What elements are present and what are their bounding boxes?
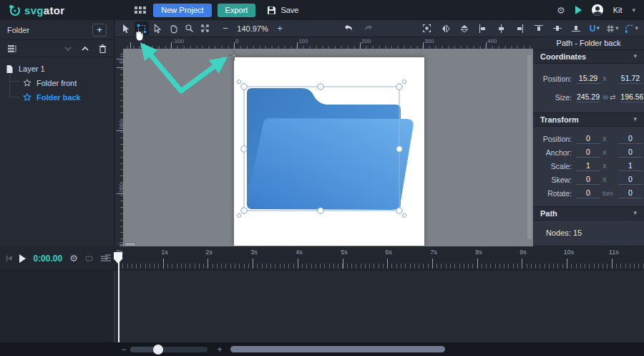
transform-skew-x-input[interactable]: 0 <box>576 175 600 185</box>
flip-horizontal-button[interactable] <box>457 21 472 36</box>
timeline-zoom-slider[interactable] <box>130 347 208 352</box>
transform-scale-y-input[interactable]: 1 <box>618 161 643 171</box>
layer-label: Layer 1 <box>19 64 45 73</box>
select-tool-button[interactable] <box>119 21 133 36</box>
size-label: Size: <box>536 93 572 102</box>
snapping-dropdown[interactable]: U ▾ <box>590 24 600 34</box>
skip-to-start-icon[interactable] <box>6 254 12 262</box>
layers-tree: Layer 1 Folder front Folder back <box>0 57 114 105</box>
svgator-logo[interactable]: svgator <box>0 4 64 16</box>
zoom-tool-button[interactable] <box>182 21 196 36</box>
playhead-line[interactable] <box>118 261 119 342</box>
layers-panel: Folder + <box>0 20 114 246</box>
grid-dropdown[interactable]: ▾ <box>606 24 619 33</box>
transform-position-x-input[interactable]: 0 <box>576 134 600 144</box>
delete-layer-icon[interactable] <box>99 44 107 53</box>
apps-grid-icon[interactable] <box>135 6 146 14</box>
align-bottom-button[interactable] <box>569 21 583 36</box>
node-tool-button[interactable] <box>150 21 165 36</box>
canvas-toolbar: − 140.97% + <box>114 20 644 37</box>
rotate-handle <box>402 80 406 83</box>
align-middle-vertical-button[interactable] <box>550 21 565 36</box>
layer-item-folder-front[interactable]: Folder front <box>0 76 114 90</box>
transform-anchor-label: Anchor: <box>536 148 572 157</box>
path-options-dropdown[interactable]: ▾ <box>625 24 638 33</box>
coordinates-section-header[interactable]: Coordinates ▾ <box>533 50 644 64</box>
timeline-track-area[interactable] <box>114 271 644 342</box>
transform-scale-x-input[interactable]: 1 <box>576 161 600 171</box>
timeline-ruler[interactable]: 0s 1s 2s 3s 4s 5s 6s 7s 8s 9s 10s 11s <box>114 246 644 269</box>
loop-icon[interactable] <box>85 254 93 263</box>
layers-toolbar <box>0 40 114 57</box>
layers-list-icon[interactable] <box>7 44 17 53</box>
zoom-in-button[interactable]: + <box>273 23 286 34</box>
arrow-path <box>142 45 225 91</box>
timeline-settings-icon[interactable]: ⚙ <box>69 254 78 263</box>
svgator-logo-icon <box>9 4 21 16</box>
save-button[interactable]: Save <box>267 6 298 15</box>
align-right-button[interactable] <box>513 21 527 36</box>
layer-item-layer1[interactable]: Layer 1 <box>0 62 114 76</box>
settings-gear-icon[interactable]: ⚙ <box>557 6 565 15</box>
move-down-icon[interactable] <box>64 47 72 51</box>
nodes-count: Nodes: 15 <box>546 228 582 237</box>
grid-caret-icon: ▾ <box>615 25 619 32</box>
transform-anchor-x-input[interactable]: 0 <box>576 148 600 158</box>
transform-skew-label: Skew: <box>536 175 572 184</box>
transform-rotate-turn-input[interactable]: 0 <box>576 188 600 198</box>
folder-artwork[interactable] <box>234 57 424 246</box>
new-project-button[interactable]: New Project <box>153 4 211 17</box>
resize-handle-mr <box>396 146 402 152</box>
user-avatar[interactable] <box>592 4 603 16</box>
align-top-button[interactable] <box>532 21 546 36</box>
align-left-button[interactable] <box>476 21 490 36</box>
preview-play-icon[interactable] <box>575 6 582 14</box>
transform-skew-y-input[interactable]: 0 <box>618 175 643 185</box>
transform-position-y-input[interactable]: 0 <box>618 134 643 144</box>
timeline-zoom-knob[interactable] <box>153 345 163 355</box>
horizontal-ruler: -100 0 100 200 300 400 <box>114 37 533 49</box>
position-x-input[interactable]: 15.29 <box>576 74 600 84</box>
zoom-out-button[interactable]: − <box>219 23 232 34</box>
add-layer-button[interactable]: + <box>92 24 107 37</box>
path-collapse-icon: ▾ <box>633 210 637 216</box>
timeline-zoom-out-button[interactable]: − <box>119 345 129 355</box>
redo-icon[interactable] <box>362 24 374 33</box>
current-time-display[interactable]: 0:00.00 <box>33 254 62 264</box>
move-up-icon[interactable] <box>82 47 89 51</box>
timeline-horizontal-scrollbar[interactable] <box>230 346 445 352</box>
undo-icon[interactable] <box>343 24 355 33</box>
artboard[interactable] <box>234 57 424 246</box>
fit-to-screen-button[interactable] <box>197 21 212 36</box>
transform-scale-label: Scale: <box>536 162 572 170</box>
layer-item-folder-back[interactable]: Folder back <box>0 90 114 105</box>
position-y-input[interactable]: 51.72 <box>618 74 643 84</box>
transform-rotate-deg-input[interactable]: 0 <box>618 188 643 198</box>
transform-anchor-y-input[interactable]: 0 <box>618 148 643 158</box>
hand-tool-button[interactable] <box>166 21 180 36</box>
timeline-layer-list <box>0 271 114 342</box>
timeline-rows-icon[interactable] <box>104 254 112 263</box>
tree-connector <box>9 81 19 82</box>
align-center-horizontal-button[interactable] <box>494 21 509 36</box>
transform-section-header[interactable]: Transform ▾ <box>533 113 644 127</box>
resize-handle-bl <box>241 208 247 213</box>
flip-vertical-button[interactable] <box>439 21 453 36</box>
size-h-input[interactable]: 196.56 <box>620 92 644 102</box>
export-button[interactable]: Export <box>218 4 256 17</box>
timeline-play-button[interactable] <box>19 254 26 263</box>
transform-tool-button[interactable] <box>135 21 149 36</box>
page-icon <box>6 64 14 74</box>
link-dimensions-icon[interactable]: ⇄ <box>610 93 615 101</box>
zoom-level-value[interactable]: 140.97% <box>232 24 273 33</box>
user-name[interactable]: Kit <box>613 6 623 14</box>
timeline-zoom-in-button[interactable]: + <box>215 345 225 355</box>
position-label: Position: <box>536 74 572 83</box>
focus-selection-button[interactable] <box>420 21 434 36</box>
canvas-vertical-scrollbar[interactable] <box>527 54 532 239</box>
path-section-header[interactable]: Path ▾ <box>533 207 644 221</box>
user-menu-caret-icon[interactable]: ▾ <box>632 7 635 14</box>
save-icon <box>267 6 276 15</box>
canvas-area[interactable]: -100 0 100 200 300 400 0 100 200 300 <box>114 37 533 246</box>
size-w-input[interactable]: 245.29 <box>576 92 600 102</box>
